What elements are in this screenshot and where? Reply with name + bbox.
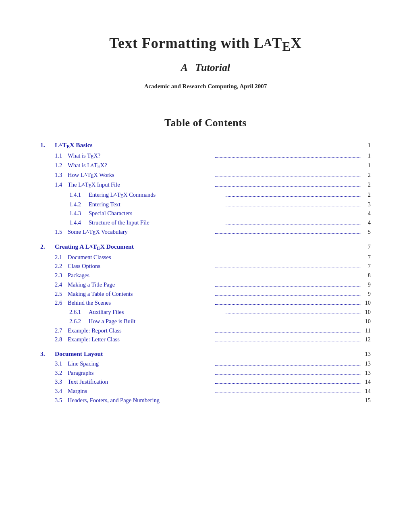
toc: 1. LATEX Basics 1 1.1 What is TEX? 1 1.2… bbox=[40, 140, 371, 405]
toc-row-3-2: 3.2 Paragraphs 13 bbox=[40, 369, 371, 378]
toc-section-1-title: LATEX Basics bbox=[55, 140, 93, 151]
toc-section-1-num: 1. bbox=[40, 140, 52, 151]
page-author: Academic and Research Computing, April 2… bbox=[40, 82, 371, 91]
toc-row-1-1: 1.1 What is TEX? 1 bbox=[40, 152, 371, 161]
toc-section-2-page: 7 bbox=[363, 243, 371, 251]
toc-row-2-2: 2.2 Class Options 7 bbox=[40, 262, 371, 271]
toc-row-2-4: 2.4 Making a Title Page 9 bbox=[40, 281, 371, 289]
toc-row-1-4-2: 1.4.2 Entering Text 3 bbox=[40, 200, 371, 209]
toc-row-2-6: 2.6 Behind the Scenes 10 bbox=[40, 299, 371, 308]
toc-row-2-6-1: 2.6.1 Auxiliary Files 10 bbox=[40, 308, 371, 317]
toc-section-3-page: 13 bbox=[363, 350, 371, 359]
toc-row-2-8: 2.8 Example: Letter Class 12 bbox=[40, 335, 371, 344]
toc-section-3-num: 3. bbox=[40, 349, 52, 358]
toc-row-2-6-2: 2.6.2 How a Page is Built 10 bbox=[40, 317, 371, 326]
toc-section-3: 3. Document Layout 13 bbox=[40, 349, 371, 359]
page-title: Text Formatting with LATEX bbox=[40, 32, 371, 56]
toc-row-2-3: 2.3 Packages 8 bbox=[40, 271, 371, 280]
toc-section-2-num: 2. bbox=[40, 242, 52, 252]
page-subtitle: A Tutorial bbox=[40, 60, 371, 75]
toc-row-3-1: 3.1 Line Spacing 13 bbox=[40, 360, 371, 368]
toc-row-3-5: 3.5 Headers, Footers, and Page Numbering… bbox=[40, 396, 371, 405]
toc-row-1-4-4: 1.4.4 Structure of the Input File 4 bbox=[40, 218, 371, 227]
toc-section-3-title: Document Layout bbox=[55, 349, 103, 358]
toc-row-3-3: 3.3 Text Justification 14 bbox=[40, 378, 371, 387]
toc-row-1-4: 1.4 The LATEX Input File 2 bbox=[40, 181, 371, 190]
toc-section-1-page: 1 bbox=[363, 141, 371, 150]
toc-row-1-3: 1.3 How LATEX Works 2 bbox=[40, 171, 371, 180]
toc-row-3-4: 3.4 Margins 14 bbox=[40, 387, 371, 396]
toc-row-2-7: 2.7 Example: Report Class 11 bbox=[40, 326, 371, 335]
toc-section-1: 1. LATEX Basics 1 bbox=[40, 140, 371, 151]
toc-row-1-4-3: 1.4.3 Special Characters 4 bbox=[40, 209, 371, 218]
toc-row-1-2: 1.2 What is LATEX? 1 bbox=[40, 161, 371, 170]
toc-section-2-title: Creating A LATEX Document bbox=[55, 242, 134, 252]
toc-row-1-5: 1.5 Some LATEX Vocabulary 5 bbox=[40, 228, 371, 237]
toc-row-2-1: 2.1 Document Classes 7 bbox=[40, 253, 371, 262]
toc-row-1-4-1: 1.4.1 Entering LATEX Commands 2 bbox=[40, 191, 371, 200]
toc-row-2-5: 2.5 Making a Table of Contents 9 bbox=[40, 290, 371, 299]
toc-title: Table of Contents bbox=[40, 115, 371, 131]
toc-section-2: 2. Creating A LATEX Document 7 bbox=[40, 242, 371, 252]
